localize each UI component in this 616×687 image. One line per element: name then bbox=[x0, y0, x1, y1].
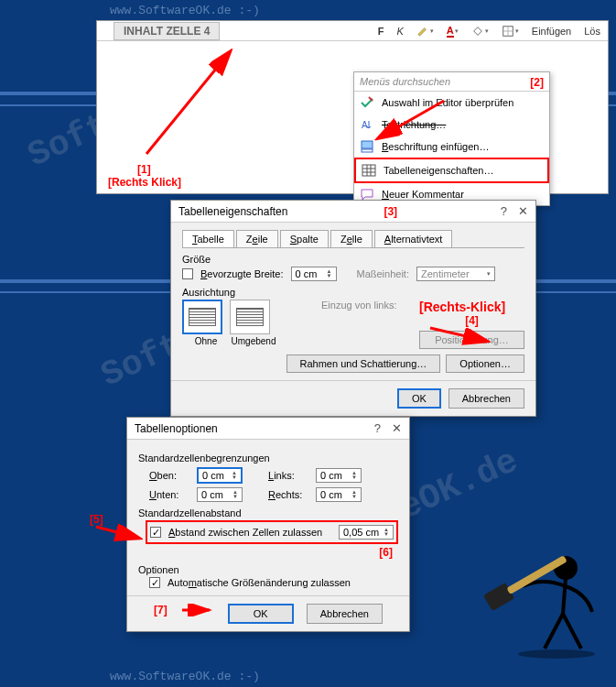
annotation-6: [6] bbox=[138, 546, 393, 559]
close-button[interactable]: ✕ bbox=[518, 204, 528, 218]
delete-button[interactable]: Lös bbox=[580, 24, 604, 38]
input-left[interactable]: 0 cm▲▼ bbox=[316, 468, 362, 483]
checkbox-pref-width[interactable] bbox=[182, 268, 193, 279]
dialog-titlebar: Tabelleneigenschaften [3] ? ✕ bbox=[171, 201, 535, 223]
label-bottom: Unten: bbox=[149, 489, 189, 500]
svg-line-12 bbox=[380, 101, 444, 137]
group-margins: Standardzellenbegrenzungen bbox=[138, 453, 398, 463]
dialog-titlebar: Tabellenoptionen ? ✕ bbox=[127, 418, 409, 440]
menu-item-label: Tabelleneigenschaften… bbox=[384, 165, 493, 176]
button-ok[interactable]: OK bbox=[397, 388, 441, 409]
insert-button[interactable]: Einfügen bbox=[528, 24, 575, 38]
spinner-arrows[interactable]: ▲▼ bbox=[327, 269, 332, 278]
watermark-url-top: www.SoftwareOK.de :-) bbox=[110, 4, 260, 17]
align-label-none: Ohne bbox=[182, 336, 230, 346]
grid-icon bbox=[502, 25, 514, 38]
annotation-rechts-klick: [Rechts Klick] bbox=[108, 176, 181, 189]
tabs: Tabelle Zeile Spalte Zelle Alternativtex… bbox=[182, 230, 524, 248]
checkbox-allow-spacing[interactable]: ✓ bbox=[150, 527, 161, 538]
align-option-none[interactable] bbox=[182, 300, 222, 334]
tab-column[interactable]: Spalte bbox=[280, 230, 329, 247]
menu-item-label: Neuer Kommentar bbox=[382, 189, 464, 200]
label-left: Links: bbox=[268, 470, 308, 481]
help-button[interactable]: ? bbox=[374, 421, 381, 435]
spinner-arrows[interactable]: ▲▼ bbox=[351, 471, 357, 480]
dialog-title: Tabellenoptionen bbox=[135, 422, 218, 435]
group-options: Optionen bbox=[138, 564, 398, 575]
annotation-2: [2] bbox=[530, 76, 544, 89]
combo-unit-value: Zentimeter bbox=[421, 268, 470, 279]
tab-cell[interactable]: Zelle bbox=[330, 230, 373, 247]
annotation-arrow-1 bbox=[137, 44, 275, 163]
annotation-3: [3] bbox=[384, 205, 397, 218]
menu-item-table-properties[interactable]: Tabelleneigenschaften… bbox=[354, 158, 549, 183]
dialog-title: Tabelleneigenschaften bbox=[178, 205, 287, 218]
label-unit: Maßeinheit: bbox=[357, 268, 409, 279]
label-auto-resize: Automatische Größenänderung zulassen bbox=[168, 577, 351, 588]
button-cancel[interactable]: Abbrechen bbox=[448, 388, 524, 409]
input-spacing[interactable]: 0,05 cm▲▼ bbox=[339, 525, 394, 540]
table-icon bbox=[362, 163, 376, 178]
label-indent: Einzug von links: bbox=[321, 300, 397, 311]
group-alignment: Ausrichtung bbox=[182, 287, 524, 298]
spinner-arrows[interactable]: ▲▼ bbox=[232, 490, 238, 499]
combo-unit[interactable]: Zentimeter ▾ bbox=[416, 267, 495, 281]
svg-line-18 bbox=[545, 614, 563, 649]
spinner-arrows[interactable]: ▲▼ bbox=[232, 471, 237, 480]
button-ok[interactable]: OK bbox=[228, 604, 294, 624]
borders-button[interactable]: ▾ bbox=[498, 23, 523, 39]
spinner-arrows[interactable]: ▲▼ bbox=[351, 490, 357, 499]
annotation-arrow-7 bbox=[180, 604, 215, 616]
label-pref-width: Bevorzugte Breite: bbox=[200, 268, 284, 279]
format-paint-button[interactable]: ▾ bbox=[413, 23, 438, 39]
svg-rect-6 bbox=[362, 165, 375, 176]
svg-line-13 bbox=[430, 328, 485, 341]
svg-line-15 bbox=[96, 527, 137, 538]
chevron-down-icon: ▾ bbox=[487, 270, 491, 278]
context-menu-search[interactable]: Menüs durchsuchen [2] bbox=[354, 72, 549, 92]
input-bottom[interactable]: 0 cm▲▼ bbox=[197, 487, 243, 502]
annotation-arrow-5 bbox=[92, 518, 146, 545]
svg-line-17 bbox=[563, 578, 566, 614]
annotation-7: [7] bbox=[154, 604, 168, 624]
button-cancel[interactable]: Abbrechen bbox=[307, 604, 383, 624]
label-allow-spacing: Abstand zwischen Zellen zulassen bbox=[168, 527, 322, 538]
button-borders-shading[interactable]: Rahmen und Schattierung… bbox=[286, 354, 441, 373]
svg-line-11 bbox=[146, 53, 229, 154]
spinner-arrows[interactable]: ▲▼ bbox=[384, 528, 389, 537]
value: 0 cm bbox=[320, 489, 342, 500]
input-top[interactable]: 0 cm▲▼ bbox=[197, 467, 243, 484]
align-option-around[interactable] bbox=[230, 300, 270, 334]
close-button[interactable]: ✕ bbox=[392, 421, 402, 435]
input-width-value: 0 cm bbox=[296, 268, 318, 279]
svg-rect-5 bbox=[362, 149, 373, 152]
dialog-table-options: Tabellenoptionen ? ✕ Standardzellenbegre… bbox=[126, 417, 410, 632]
search-placeholder: Menüs durchsuchen bbox=[360, 76, 450, 87]
formula-bar: INHALT ZELLE 4 F K ▾ A▾ ▾ ▾ Einfügen Lös bbox=[97, 21, 608, 41]
annotation-arrow-2 bbox=[362, 96, 453, 147]
button-options[interactable]: Optionen… bbox=[446, 354, 524, 373]
bold-button[interactable]: F bbox=[374, 24, 388, 38]
help-button[interactable]: ? bbox=[501, 204, 507, 218]
dialog-table-properties: Tabelleneigenschaften [3] ? ✕ Tabelle Ze… bbox=[170, 200, 536, 417]
value: 0,05 cm bbox=[343, 527, 379, 538]
value: 0 cm bbox=[320, 470, 342, 481]
group-size: Größe bbox=[182, 254, 524, 265]
fill-color-button[interactable]: ▾ bbox=[468, 23, 492, 39]
input-right[interactable]: 0 cm▲▼ bbox=[316, 487, 362, 502]
font-color-icon: A bbox=[447, 25, 454, 38]
annotation-arrow-4 bbox=[426, 321, 499, 348]
dialog-footer: OK Abbrechen bbox=[171, 380, 535, 416]
decorative-figure bbox=[479, 540, 607, 660]
tab-row[interactable]: Zeile bbox=[236, 230, 278, 247]
tab-table[interactable]: Tabelle bbox=[182, 230, 234, 247]
annotation-1: [1] bbox=[137, 163, 151, 176]
label-top: Oben: bbox=[149, 470, 189, 481]
input-width[interactable]: 0 cm ▲▼ bbox=[291, 267, 337, 281]
font-color-button[interactable]: A▾ bbox=[443, 23, 462, 39]
italic-button[interactable]: K bbox=[394, 24, 407, 38]
tab-alttext[interactable]: Alternativtext bbox=[374, 230, 453, 247]
checkbox-auto-resize[interactable]: ✓ bbox=[149, 577, 160, 588]
svg-line-19 bbox=[563, 614, 581, 649]
value: 0 cm bbox=[202, 470, 224, 481]
